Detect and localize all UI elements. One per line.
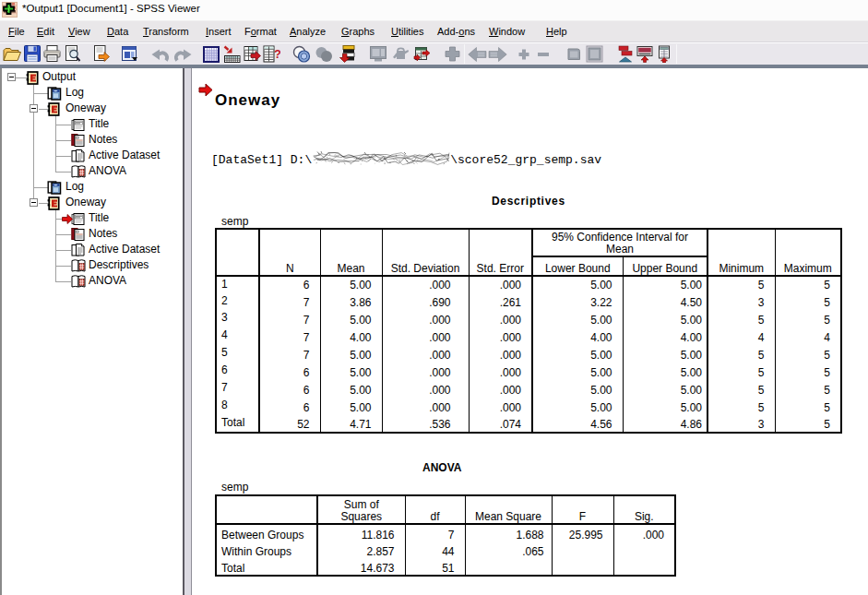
svg-text:?: ? xyxy=(274,47,280,61)
